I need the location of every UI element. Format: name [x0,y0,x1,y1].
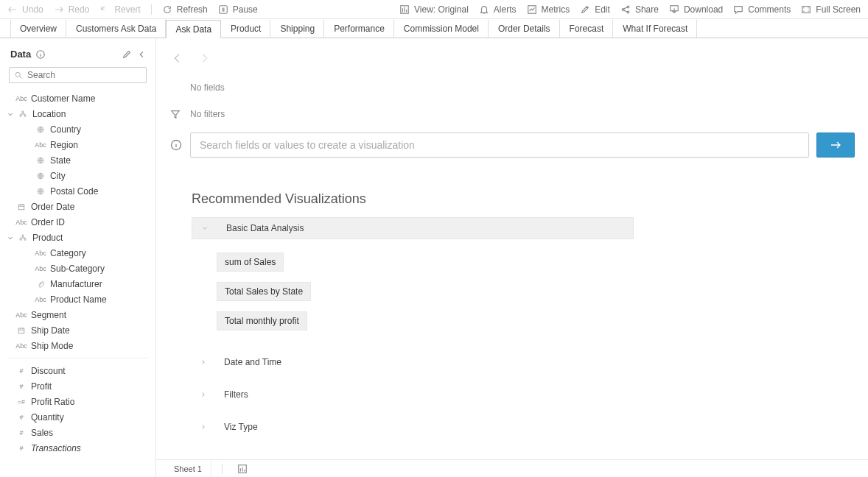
fullscreen-icon [801,4,811,15]
field-transactions[interactable]: #Transactions [0,440,155,456]
sheet-tab-label: Sheet 1 [174,464,202,473]
new-sheet-button[interactable] [233,464,252,474]
fullscreen-button[interactable]: Full Screen [801,4,861,15]
globe-icon [34,125,47,134]
comments-button[interactable]: Comments [733,4,791,15]
info-icon[interactable] [35,49,46,60]
undo-icon [7,4,18,15]
download-button[interactable]: Download [669,4,723,15]
nav-back-icon[interactable] [171,52,184,65]
undo-button[interactable]: Undo [7,4,43,15]
tab-commission-model[interactable]: Commission Model [394,19,489,38]
refresh-button[interactable]: Refresh [162,4,208,15]
revert-label: Revert [114,4,140,15]
field-profit-ratio[interactable]: =#Profit Ratio [0,394,155,409]
chevron-down-icon [200,225,210,232]
share-button[interactable]: Share [620,4,659,15]
rec-group-label: Date and Time [224,357,281,367]
abc-icon: Abc [34,250,47,257]
rec-group-viz-type[interactable]: Viz Type [192,416,824,438]
redo-button[interactable]: Redo [54,4,90,15]
globe-icon [34,187,47,196]
calendar-icon [15,326,28,335]
tab-overview[interactable]: Overview [10,19,66,38]
tab-ask-data[interactable]: Ask Data [166,20,221,38]
field-segment[interactable]: AbcSegment [0,307,155,322]
fields-hint-text: No fields [190,82,225,93]
field-search[interactable] [9,67,147,83]
field-product-name[interactable]: AbcProduct Name [0,292,155,307]
abc-icon: Abc [15,311,28,319]
redo-label: Redo [69,4,90,15]
ask-data-input[interactable]: Search fields or values to create a visu… [190,132,809,158]
field-label: Location [32,109,66,119]
rec-pill[interactable]: Total monthly profit [217,311,307,331]
metrics-button[interactable]: Metrics [527,4,570,15]
edit-datasource-icon[interactable] [122,49,132,60]
abc-icon: Abc [15,95,28,102]
field-discount[interactable]: #Discount [0,363,155,378]
field-order-id[interactable]: AbcOrder ID [0,214,155,230]
number-icon: # [15,445,28,452]
rec-group-label: Filters [224,389,248,400]
field-country[interactable]: Country [0,121,155,137]
pause-button[interactable]: Pause [218,4,258,15]
collapse-pane-icon[interactable] [136,49,147,60]
chevron-down-icon [6,110,15,118]
rec-pill[interactable]: Total Sales by State [217,282,311,301]
field-manufacturer[interactable]: Manufacturer [0,276,155,292]
ask-submit-button[interactable] [816,132,855,158]
abc-icon: Abc [34,141,47,149]
tab-what-if-forecast[interactable]: What If Forecast [613,19,697,38]
view-button[interactable]: View: Original [399,4,469,15]
chevron-down-icon [6,234,15,241]
refresh-icon [162,4,172,15]
share-label: Share [635,4,659,15]
tab-order-details[interactable]: Order Details [489,19,560,38]
recommendations-title: Recommended Visualizations [192,191,824,207]
view-label: View: Original [414,4,469,15]
rec-pill[interactable]: sum of Sales [217,252,284,272]
rec-group-filters[interactable]: Filters [192,384,824,406]
field-category[interactable]: AbcCategory [0,245,155,261]
field-city[interactable]: City [0,168,155,183]
revert-icon [99,4,110,15]
field-label: Customer Name [31,93,95,104]
tab-forecast[interactable]: Forecast [560,19,614,38]
field-postal-code[interactable]: Postal Code [0,183,155,199]
field-product[interactable]: Product [0,230,155,245]
field-profit[interactable]: #Profit [0,378,155,394]
field-ship-date[interactable]: Ship Date [0,322,155,338]
field-sales[interactable]: #Sales [0,425,155,440]
alerts-button[interactable]: Alerts [479,4,517,15]
nav-forward-icon[interactable] [197,52,211,65]
download-icon [669,4,679,15]
sheet-tab[interactable]: Sheet 1 [165,460,211,477]
sheet-divider [222,464,223,474]
tab-customers-ask-data[interactable]: Customers Ask Data [66,19,166,38]
tab-performance[interactable]: Performance [324,19,394,38]
tab-shipping[interactable]: Shipping [270,19,324,38]
field-search-input[interactable] [26,69,141,81]
field-customer-name[interactable]: AbcCustomer Name [0,91,155,106]
number-icon: # [15,414,28,421]
edit-button[interactable]: Edit [580,4,610,15]
field-sub-category[interactable]: AbcSub-Category [0,261,155,276]
rec-group-date-and-time[interactable]: Date and Time [192,351,824,373]
field-label: Quantity [31,412,64,423]
field-label: Ship Mode [31,341,73,351]
ask-info-icon[interactable] [169,139,183,151]
rec-group-basic[interactable]: Basic Data Analysis [192,217,634,239]
revert-button[interactable]: Revert [99,4,140,15]
field-location[interactable]: Location [0,106,155,121]
calendar-icon [15,202,28,211]
field-ship-mode[interactable]: AbcShip Mode [0,338,155,353]
field-order-date[interactable]: Order Date [0,199,155,214]
field-quantity[interactable]: #Quantity [0,409,155,425]
tab-product[interactable]: Product [221,19,270,38]
field-region[interactable]: AbcRegion [0,137,155,152]
field-state[interactable]: State [0,152,155,168]
svg-point-9 [15,72,20,77]
fullscreen-label: Full Screen [816,4,861,15]
chevron-right-icon [199,423,208,431]
